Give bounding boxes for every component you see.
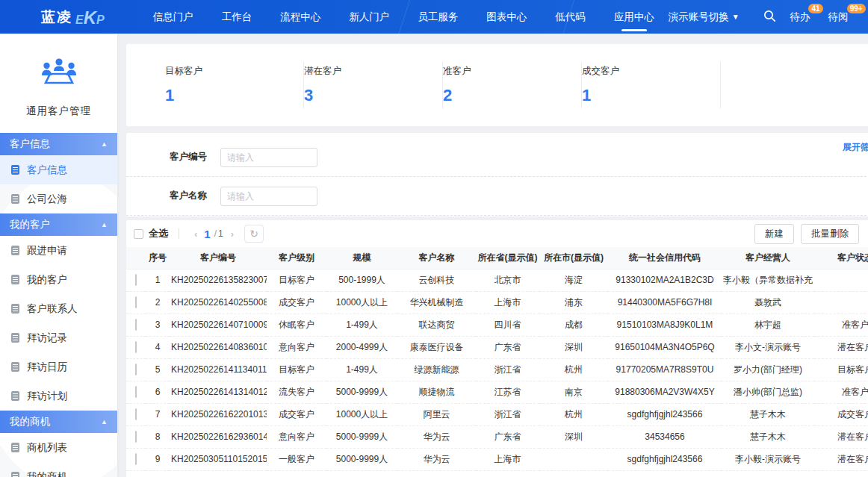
table-cell: 5 xyxy=(146,358,170,381)
row-checkbox[interactable] xyxy=(135,431,137,443)
sidebar-item[interactable]: 拜访记录 xyxy=(0,323,117,352)
table-cell: 91770205MA7R8S9T0U xyxy=(608,358,722,381)
filter-input[interactable] xyxy=(220,187,317,206)
filter-label: 客户编号 xyxy=(170,151,214,163)
nav-item[interactable]: 工作台 xyxy=(208,0,267,34)
table-row: 2KH20250226140255008成交客户10000人以上华兴机械制造上海… xyxy=(126,291,868,314)
sidebar-app-header: 通用客户管理 xyxy=(0,34,117,133)
table-cell: KH20250226140836010 xyxy=(170,336,267,358)
column-header: 所在省(显示值) xyxy=(476,247,539,269)
prev-page-button[interactable]: ‹ xyxy=(190,228,202,240)
list-icon xyxy=(11,472,19,477)
expand-filters-link[interactable]: 展开筛选 xyxy=(843,141,868,154)
table-cell: 意向客户 xyxy=(267,336,326,358)
nav-item[interactable]: 图表中心 xyxy=(472,0,541,34)
sidebar-item[interactable]: 客户联系人 xyxy=(0,294,117,323)
chevron-down-icon: ▼ xyxy=(732,13,740,21)
sidebar-item[interactable]: 我的客户 xyxy=(0,265,117,294)
todo-link[interactable]: 待办41 xyxy=(790,10,810,24)
nav-item[interactable]: 低代码 xyxy=(541,0,600,34)
chevron-up-icon: ▲ xyxy=(101,140,108,148)
table-cell: 潘小帅(部门总监) xyxy=(722,381,814,403)
table-cell: 顺捷物流 xyxy=(397,381,476,403)
table-cell: KH20250226141134011 xyxy=(170,358,267,381)
account-switch-dropdown[interactable]: 演示账号切换▼ xyxy=(669,10,740,24)
sidebar-section-header[interactable]: 我的商机▲ xyxy=(0,411,117,433)
stat-item[interactable]: 成交客户1 xyxy=(582,62,721,108)
select-all-checkbox[interactable] xyxy=(134,229,143,239)
batch-delete-button[interactable]: 批量删除 xyxy=(801,224,859,244)
table-cell xyxy=(814,269,868,291)
stat-value: 2 xyxy=(443,86,581,105)
sidebar-section-header[interactable]: 客户信息▲ xyxy=(0,133,117,155)
sidebar-item[interactable]: 公司公海 xyxy=(0,184,117,213)
table-cell: 91440300MA5F6G7H8I xyxy=(608,291,722,314)
nav-item[interactable]: 应用中心 xyxy=(600,0,669,34)
table-cell: 91330102MA2A1B2C3D xyxy=(608,269,722,291)
table-cell: 1-499人 xyxy=(326,314,397,336)
unread-link[interactable]: 待阅99+ xyxy=(828,10,849,24)
row-checkbox[interactable] xyxy=(135,319,137,331)
sidebar-section-header[interactable]: 我的客户▲ xyxy=(0,213,117,236)
table-cell: 浙江省 xyxy=(476,403,539,425)
search-icon[interactable] xyxy=(759,10,781,25)
nav-menu: 信息门户工作台流程中心新人门户员工服务图表中心低代码应用中心 xyxy=(139,0,669,34)
top-navbar: 蓝凌 EKP 信息门户工作台流程中心新人门户员工服务图表中心低代码应用中心 演示… xyxy=(0,0,868,34)
row-checkbox[interactable] xyxy=(135,386,137,398)
sidebar-item[interactable]: 跟进申请 xyxy=(0,236,117,265)
chevron-up-icon: ▲ xyxy=(101,418,108,425)
filter-input[interactable] xyxy=(220,148,317,167)
sidebar-item[interactable]: 我的商机 xyxy=(0,462,117,477)
app-logo[interactable]: 蓝凌 EKP xyxy=(41,7,105,27)
stat-item[interactable]: 准客户2 xyxy=(443,62,582,108)
table-cell: 深圳 xyxy=(539,425,608,448)
next-page-button[interactable]: › xyxy=(226,228,238,240)
table-cell: 成都 xyxy=(539,314,608,336)
table-row: 3KH20250226140710009休眠客户1-499人联达商贸四川省成都9… xyxy=(126,314,868,336)
sidebar-item-label: 拜访计划 xyxy=(27,390,67,403)
table-cell: KH20250226140710009 xyxy=(170,314,267,336)
stat-item[interactable]: 目标客户1 xyxy=(165,62,304,108)
row-checkbox[interactable] xyxy=(135,364,137,375)
sidebar-item[interactable]: 商机列表 xyxy=(0,433,117,462)
table-cell: sgdfghfjgjhl243566 xyxy=(608,403,722,425)
current-page: 1 xyxy=(204,228,210,240)
list-icon xyxy=(11,194,19,204)
sidebar: 通用客户管理 客户信息▲客户信息公司公海我的客户▲跟进申请我的客户客户联系人拜访… xyxy=(0,34,117,477)
nav-item[interactable]: 流程中心 xyxy=(266,0,335,34)
table-cell: 成交客户 xyxy=(267,291,326,314)
sidebar-item[interactable]: 拜访计划 xyxy=(0,381,117,411)
total-pages: 1 xyxy=(218,228,223,239)
table-cell: 3 xyxy=(146,314,170,336)
customer-management-icon xyxy=(41,56,77,86)
row-checkbox[interactable] xyxy=(135,408,137,420)
row-checkbox[interactable] xyxy=(135,274,137,286)
sidebar-app-title: 通用客户管理 xyxy=(0,105,117,118)
table-cell: 成交客户 xyxy=(814,403,868,425)
stat-value: 1 xyxy=(582,86,720,105)
nav-item[interactable]: 员工服务 xyxy=(403,0,472,34)
nav-item[interactable]: 新人门户 xyxy=(335,0,403,34)
new-button[interactable]: 新建 xyxy=(754,224,794,244)
stat-value: 1 xyxy=(165,86,303,105)
row-checkbox[interactable] xyxy=(135,453,137,465)
stat-label: 目标客户 xyxy=(165,65,303,78)
table-cell: 91650104MA3N4O5P6Q xyxy=(608,336,722,358)
table-cell: 绿源新能源 xyxy=(397,358,476,381)
row-checkbox[interactable] xyxy=(135,296,137,308)
nav-item[interactable]: 信息门户 xyxy=(139,0,208,34)
row-checkbox[interactable] xyxy=(135,341,137,353)
table-cell: 慧子木木 xyxy=(722,403,814,425)
sidebar-item[interactable]: 拜访日历 xyxy=(0,352,117,381)
refresh-icon[interactable]: ↻ xyxy=(244,225,264,243)
table-cell: 10000人以上 xyxy=(326,291,397,314)
column-header: 序号 xyxy=(146,247,170,269)
customer-table: 序号客户编号客户级别规模客户名称所在省(显示值)所在市(显示值)统一社会信用代码… xyxy=(126,247,868,471)
stat-item[interactable]: 潜在客户3 xyxy=(304,62,443,108)
column-header: 规模 xyxy=(326,247,397,269)
table-cell: 意向客户 xyxy=(267,425,326,448)
table-row: 9KH20250305110152015一般客户5000-9999人华为云上海市… xyxy=(126,448,868,470)
table-cell: KH20250226141314012 xyxy=(170,381,267,403)
sidebar-item[interactable]: 客户信息 xyxy=(0,155,117,184)
select-all-label: 全选 xyxy=(149,227,168,240)
